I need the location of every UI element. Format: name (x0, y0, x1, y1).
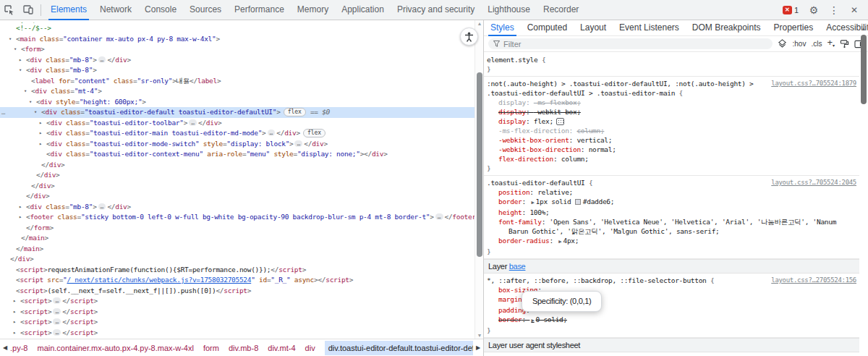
stylesheet-source-link[interactable]: layout.css?…705524:2045 (771, 178, 856, 187)
inline-expand-icon[interactable]: … (294, 140, 302, 147)
dom-row[interactable]: ▾<div style="height: 600px;"> (0, 97, 475, 108)
dom-row[interactable]: </div> (0, 191, 475, 202)
dom-row[interactable]: <!--/$--> (0, 23, 475, 34)
css-declaration[interactable]: display: -ms-flexbox; (487, 98, 856, 107)
styles-scrollbar[interactable]: ▲ (859, 26, 868, 356)
gear-icon[interactable]: ⚙ (804, 1, 823, 19)
sidebar-tab-dom-breakpoints[interactable]: DOM Breakpoints (686, 20, 767, 36)
css-declaration[interactable]: border: ▶0 solid; (487, 315, 856, 326)
collapse-arrow-icon[interactable]: ▾ (24, 86, 27, 97)
inline-expand-icon[interactable]: … (53, 329, 61, 336)
dom-row[interactable]: ▸<script>…</script> (0, 296, 475, 307)
css-rule[interactable]: layout.css?…2705524:156*, ::after, ::bef… (484, 274, 859, 338)
stylesheet-source-link[interactable]: layout.css?…2705524:156 (771, 276, 856, 285)
layer-link[interactable]: base (509, 262, 526, 271)
dom-row[interactable]: <label for="content" class="sr-only">내용<… (0, 76, 475, 87)
more-menu-icon[interactable]: ⋮ (825, 1, 843, 19)
css-declaration[interactable]: -ms-flex-direction: column; (487, 126, 856, 135)
dom-row[interactable]: ▾<form> (0, 44, 475, 55)
expand-arrow-icon[interactable]: ▸ (13, 317, 16, 328)
dom-row[interactable]: ▸<div class="mb-8">…</div> (0, 55, 475, 66)
collapse-arrow-icon[interactable]: ▾ (14, 44, 17, 55)
scroll-up-icon[interactable]: ▲ (861, 26, 867, 31)
dom-row[interactable]: ▾<div class="mt-4"> (0, 86, 475, 97)
dom-row[interactable]: ▸<script>…</script> (0, 307, 475, 318)
expand-arrow-icon[interactable]: ▸ (13, 307, 16, 318)
toggle-element-state-button[interactable]: :hov (792, 40, 806, 48)
color-swatch[interactable] (575, 199, 581, 205)
breadcrumb-scroll-left-icon[interactable]: ◀ (0, 344, 10, 351)
layers-icon[interactable] (778, 39, 787, 48)
dom-row[interactable]: ▸<footer class="sticky bottom-0 left-0 w… (0, 212, 475, 223)
breadcrumb-item[interactable]: div (305, 344, 315, 352)
expand-arrow-icon[interactable]: ▸ (13, 296, 16, 307)
tab-application[interactable]: Application (335, 0, 391, 20)
breadcrumb-scroll-right-icon[interactable]: ▶ (473, 344, 483, 351)
dom-row[interactable]: ▾<main class="container mx-auto px-4 py-… (0, 34, 475, 45)
tab-sources[interactable]: Sources (183, 0, 228, 20)
scroll-down-icon[interactable]: ▼ (477, 333, 482, 338)
expand-arrow-icon[interactable]: ▸ (19, 212, 22, 223)
tab-console[interactable]: Console (138, 0, 183, 20)
css-declaration[interactable]: -webkit-box-direction: normal; (487, 145, 856, 154)
css-declaration[interactable]: position: relative; (487, 187, 856, 197)
sidebar-tab-computed[interactable]: Computed (521, 20, 574, 36)
tab-performance[interactable]: Performance (228, 0, 291, 20)
dom-row[interactable]: </form> (0, 223, 475, 234)
collapse-arrow-icon[interactable]: ▾ (19, 65, 22, 76)
sidebar-tab-styles[interactable]: Styles (484, 20, 521, 36)
sidebar-tab-layout[interactable]: Layout (574, 20, 613, 36)
expand-arrow-icon[interactable]: ▸ (19, 202, 22, 213)
inline-expand-icon[interactable]: … (189, 119, 197, 126)
element-classes-button[interactable]: .cls (811, 40, 822, 48)
scrollbar-thumb[interactable] (477, 72, 482, 257)
scrollbar-thumb[interactable] (861, 35, 867, 104)
tab-privacy-and-security[interactable]: Privacy and security (391, 0, 481, 20)
dom-row[interactable]: ▸<script>…</script> (0, 317, 475, 328)
expand-arrow-icon[interactable]: ▸ (39, 118, 42, 129)
tab-lighthouse[interactable]: Lighthouse (481, 0, 537, 20)
expand-arrow-icon[interactable]: ▸ (39, 139, 42, 150)
dom-row[interactable]: </div> (0, 170, 475, 181)
dom-row[interactable]: ▾<div class="mb-8"> (0, 65, 475, 76)
new-style-rule-button[interactable]: +▾ (827, 39, 835, 49)
inline-expand-icon[interactable]: … (53, 318, 61, 325)
css-declaration[interactable]: flex-direction: column; (487, 154, 856, 164)
dom-row[interactable]: ▸<div class="mb-8">…</div> (0, 202, 475, 213)
element-style-rule[interactable]: element.style {} (484, 53, 859, 77)
dom-row[interactable]: <div class="toastui-editor-context-menu"… (0, 149, 475, 160)
tab-memory[interactable]: Memory (291, 0, 335, 20)
breadcrumb-item[interactable]: div.mb-8 (229, 344, 258, 352)
dom-row[interactable]: </div> (0, 160, 475, 171)
flex-badge[interactable]: flex (303, 129, 326, 137)
expand-arrow-icon[interactable]: ▸ (19, 55, 22, 66)
paint-roller-icon[interactable] (840, 39, 849, 48)
dom-row[interactable]: <script src="/_next/static/chunks/webpac… (0, 275, 475, 286)
collapse-arrow-icon[interactable]: ▾ (9, 34, 12, 45)
device-toolbar-icon[interactable] (19, 1, 38, 19)
dom-row[interactable]: ▸<div class="toastui-editor-toolbar">…</… (0, 118, 475, 129)
css-declaration[interactable]: height: 100%; (487, 208, 856, 217)
dom-row[interactable]: ▸<div class="toastui-editor-main toastui… (0, 128, 475, 139)
inspect-icon[interactable] (0, 1, 19, 19)
collapse-arrow-icon[interactable]: ▾ (34, 107, 37, 118)
tab-network[interactable]: Network (93, 0, 138, 20)
scroll-up-icon[interactable]: ▲ (477, 21, 482, 26)
dom-row[interactable]: </main> (0, 233, 475, 244)
accessibility-person-icon[interactable] (460, 27, 478, 46)
elements-scrollbar[interactable]: ▲ ▼ (475, 20, 483, 339)
flex-editor-icon[interactable] (556, 118, 564, 125)
breadcrumb-item-selected[interactable]: div.toastui-editor-default.toastui-edito… (325, 341, 473, 355)
close-icon[interactable]: ✕ (845, 1, 864, 19)
dom-row[interactable]: <script>requestAnimationFrame(function()… (0, 265, 475, 276)
collapse-arrow-icon[interactable]: ▾ (29, 97, 32, 108)
css-declaration[interactable]: display: -webkit-box; (487, 107, 856, 116)
css-declaration[interactable]: border-radius: ▶4px; (487, 236, 856, 247)
inline-expand-icon[interactable]: … (435, 213, 443, 220)
tab-elements[interactable]: Elements (44, 0, 93, 20)
breadcrumb-item[interactable]: .py-8 (10, 344, 27, 352)
filter-input[interactable]: Filter (488, 38, 773, 49)
inline-expand-icon[interactable]: … (98, 56, 106, 63)
css-declaration[interactable]: border: ▶1px solid #dadde6; (487, 197, 856, 208)
dom-row[interactable]: </div> (0, 181, 475, 192)
